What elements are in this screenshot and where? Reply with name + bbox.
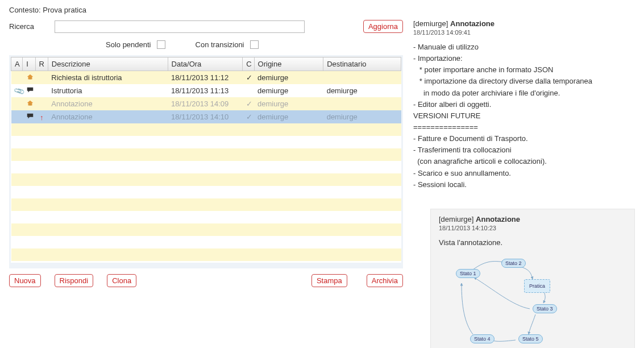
home-icon — [26, 99, 34, 109]
table-row-empty — [11, 248, 401, 261]
cell-data-ora: 18/11/2013 14:10 — [168, 110, 243, 123]
table-row[interactable]: Annotazione18/11/2013 14:09✓demiurge — [11, 97, 401, 110]
search-input[interactable] — [55, 20, 305, 33]
cell-destinatario — [323, 71, 401, 85]
col-header-dt[interactable]: Data/Ora — [168, 57, 243, 71]
table-row-empty — [11, 198, 401, 211]
cell-data-ora: 18/11/2013 11:12 — [168, 71, 243, 85]
cell-c: ✓ — [243, 97, 254, 110]
table-row-empty — [11, 173, 401, 186]
table-row-empty — [11, 148, 401, 161]
table-row-empty — [11, 223, 401, 236]
col-header-a[interactable]: A — [11, 57, 23, 71]
annotation-line: =============== — [413, 122, 635, 133]
annotation-line: in modo da poter archiviare i file d'ori… — [413, 88, 635, 99]
svg-rect-0 — [29, 77, 31, 80]
context-line: Contesto: Prova pratica — [9, 6, 403, 14]
node-stato1: Stato 1 — [456, 269, 480, 278]
chat-icon — [26, 86, 34, 96]
annotation-line: - Sessioni locali. — [413, 179, 635, 190]
node-stato3: Stato 3 — [533, 304, 557, 313]
annotation-reply-body: Vista l'annotazione. — [439, 237, 626, 248]
table-row[interactable]: 📎Istruttoria18/11/2013 11:13demiurgedemi… — [11, 84, 401, 97]
cell-c: ✓ — [243, 110, 254, 123]
cell-origine: demiurge — [254, 110, 323, 123]
annotation-line: VERSIONI FUTURE — [413, 110, 635, 122]
cell-descrizione: Annotazione — [48, 97, 168, 110]
annotation-line: * poter importare anche in formato JSON — [413, 64, 635, 76]
cell-origine: demiurge — [254, 71, 323, 85]
node-pratica: Pratica — [524, 279, 550, 293]
table-row-empty — [11, 123, 401, 136]
table-row[interactable]: ↑Annotazione18/11/2013 14:10✓demiurgedem… — [11, 110, 401, 123]
annotation-line: - Manuale di utilizzo — [413, 42, 635, 53]
context-value: Prova pratica — [43, 6, 86, 14]
annotation-primary: [demiurge] Annotazione 18/11/2013 14:09:… — [413, 19, 635, 190]
table-row-empty — [11, 261, 401, 268]
node-stato4: Stato 4 — [470, 334, 495, 343]
workflow-diagram: Stato 1 Stato 2 Pratica Stato 3 Stato 5 … — [439, 252, 609, 348]
annotation-timestamp: 18/11/2013 14:09:41 — [413, 29, 635, 36]
annotation-line: - Scarico e suo annullamento. — [413, 168, 635, 179]
annotation-reply-title: Annotazione — [476, 215, 520, 223]
table-row-empty — [11, 211, 401, 223]
cell-destinatario — [323, 97, 401, 110]
table-row-empty — [11, 161, 401, 173]
table-row[interactable]: Richiesta di istruttoria18/11/2013 11:12… — [11, 71, 401, 85]
annotation-line: - Fatture e Documenti di Trasporto. — [413, 133, 635, 144]
arrow-up-icon: ↑ — [40, 113, 44, 122]
cell-data-ora: 18/11/2013 11:13 — [168, 84, 243, 97]
filter-solo-pendenti-label: Solo pendenti — [106, 40, 151, 49]
annotation-title: Annotazione — [450, 19, 495, 28]
cell-origine: demiurge — [254, 84, 323, 97]
context-label: Contesto: — [9, 6, 41, 14]
table-row-empty — [11, 186, 401, 198]
cell-descrizione: Istruttoria — [48, 84, 168, 97]
annotation-reply: [demiurge] Annotazione 18/11/2013 14:10:… — [430, 209, 635, 348]
col-header-r[interactable]: R — [35, 57, 48, 71]
annotation-user: [demiurge] — [413, 19, 448, 28]
table-row-empty — [11, 136, 401, 148]
clone-button[interactable]: Clona — [107, 274, 136, 287]
cell-c: ✓ — [243, 71, 254, 85]
filter-con-transizioni[interactable]: Con transizioni — [196, 39, 260, 51]
col-header-c[interactable]: C — [243, 57, 254, 71]
col-header-i[interactable]: I — [23, 57, 35, 71]
attachment-icon: 📎 — [13, 85, 25, 97]
archive-button[interactable]: Archivia — [367, 274, 403, 287]
cell-descrizione: Richiesta di istruttoria — [48, 71, 168, 85]
cell-origine: demiurge — [254, 97, 323, 110]
cell-c — [243, 84, 254, 97]
annotation-reply-timestamp: 18/11/2013 14:10:23 — [439, 225, 626, 231]
cell-descrizione: Annotazione — [48, 110, 168, 123]
node-stato2: Stato 2 — [501, 259, 526, 268]
cell-destinatario: demiurge — [323, 110, 401, 123]
annotation-line: * importazione da directory diverse dall… — [413, 76, 635, 87]
annotation-reply-user: [demiurge] — [439, 215, 473, 223]
col-header-desc[interactable]: Descrizione — [48, 57, 168, 71]
cell-data-ora: 18/11/2013 14:09 — [168, 97, 243, 110]
chat-icon — [26, 112, 34, 122]
table-row-empty — [11, 236, 401, 248]
home-icon — [26, 73, 34, 82]
filter-con-transizioni-label: Con transizioni — [196, 40, 244, 49]
col-header-dest[interactable]: Destinatario — [323, 57, 401, 71]
refresh-button[interactable]: Aggiorna — [363, 20, 403, 33]
annotation-line: - Editor alberi di oggetti. — [413, 99, 635, 110]
search-label: Ricerca — [9, 22, 49, 31]
filter-solo-pendenti[interactable]: Solo pendenti — [106, 39, 167, 51]
messages-table: A I R Descrizione Data/Ora C Origine Des… — [9, 55, 403, 268]
annotation-line: - Importazione: — [413, 53, 635, 64]
filter-solo-pendenti-checkbox[interactable] — [157, 40, 165, 49]
print-button[interactable]: Stampa — [311, 274, 347, 287]
col-header-orig[interactable]: Origine — [254, 57, 323, 71]
annotation-line: - Trasferimenti tra collocazioni — [413, 144, 635, 156]
annotation-line: (con anagrafiche articoli e collocazioni… — [413, 156, 635, 167]
filter-con-transizioni-checkbox[interactable] — [250, 40, 259, 49]
cell-destinatario: demiurge — [323, 84, 401, 97]
reply-button[interactable]: Rispondi — [55, 274, 94, 287]
new-button[interactable]: Nuova — [9, 274, 41, 287]
node-stato5: Stato 5 — [518, 334, 543, 343]
svg-rect-1 — [29, 103, 31, 106]
